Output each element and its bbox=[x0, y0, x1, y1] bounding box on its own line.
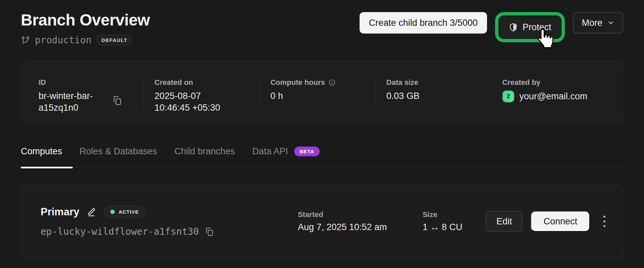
tab-data-api[interactable]: Data API BETA bbox=[252, 146, 320, 167]
endpoint-row: ep-lucky-wildflower-a1fsnt30 bbox=[41, 226, 298, 237]
data-size-label: Data size bbox=[386, 78, 491, 87]
active-dot-icon bbox=[110, 210, 115, 214]
git-branch-icon bbox=[21, 36, 30, 45]
data-size-value: 0.03 GB bbox=[386, 90, 491, 102]
status-badge: ACTIVE bbox=[104, 206, 145, 218]
created-by-value: your@email.com bbox=[519, 91, 587, 102]
info-col-created-on: Created on 2025-08-07 10:46:45 +05:30 bbox=[144, 78, 259, 114]
tab-roles-databases-label: Roles & Databases bbox=[79, 146, 157, 157]
protect-button[interactable]: Protect bbox=[499, 16, 561, 38]
info-col-compute-hours: Compute hours 0 h bbox=[259, 78, 375, 102]
branch-info-card: ID br-winter-bar-a15zq1n0 Created on 202… bbox=[21, 61, 623, 122]
tab-computes[interactable]: Computes bbox=[21, 146, 62, 167]
compute-left: Primary ACTIVE ep-lucky-wildflower-a1fsn… bbox=[41, 206, 298, 237]
edit-pencil-icon[interactable] bbox=[87, 207, 97, 217]
page-header: Branch Overview production DEFAULT Creat… bbox=[21, 9, 623, 46]
size-label: Size bbox=[423, 210, 486, 219]
size-stat: Size 1 ↔ 8 CU bbox=[423, 210, 486, 232]
create-child-branch-button[interactable]: Create child branch 3/5000 bbox=[360, 12, 487, 34]
header-actions: Create child branch 3/5000 Protect More bbox=[360, 12, 623, 42]
default-badge: DEFAULT bbox=[96, 35, 133, 45]
protect-highlight-ring: Protect bbox=[495, 12, 565, 42]
size-value: 1 ↔ 8 CU bbox=[423, 222, 486, 232]
tab-roles-databases[interactable]: Roles & Databases bbox=[79, 146, 157, 167]
compute-card: Primary ACTIVE ep-lucky-wildflower-a1fsn… bbox=[21, 184, 623, 258]
info-col-data-size: Data size 0.03 GB bbox=[375, 78, 491, 102]
info-icon[interactable] bbox=[328, 79, 336, 86]
edit-button[interactable]: Edit bbox=[486, 211, 523, 232]
connect-button[interactable]: Connect bbox=[531, 211, 590, 232]
branch-name: production bbox=[35, 35, 92, 46]
status-badge-label: ACTIVE bbox=[118, 209, 139, 215]
info-col-id: ID br-winter-bar-a15zq1n0 bbox=[39, 78, 143, 114]
branch-id-value: br-winter-bar-a15zq1n0 bbox=[39, 90, 103, 114]
more-button[interactable]: More bbox=[573, 12, 623, 34]
tab-computes-label: Computes bbox=[21, 146, 62, 157]
id-label: ID bbox=[39, 78, 143, 87]
compute-name-row: Primary ACTIVE bbox=[41, 206, 298, 218]
title-block: Branch Overview production DEFAULT bbox=[21, 9, 150, 46]
tab-child-branches[interactable]: Child branches bbox=[174, 146, 235, 167]
chevron-down-icon bbox=[607, 19, 614, 26]
info-col-created-by: Created by 2 your@email.com bbox=[491, 78, 607, 103]
started-stat: Started Aug 7, 2025 10:52 am bbox=[298, 210, 423, 232]
page-title: Branch Overview bbox=[21, 11, 150, 29]
started-label: Started bbox=[298, 210, 423, 219]
tab-child-branches-label: Child branches bbox=[174, 146, 235, 157]
creator-row: 2 your@email.com bbox=[502, 90, 607, 103]
beta-badge: BETA bbox=[294, 147, 320, 156]
protect-button-label: Protect bbox=[523, 22, 551, 33]
copy-icon[interactable] bbox=[204, 226, 215, 237]
compute-hours-value: 0 h bbox=[270, 90, 375, 102]
avatar: 2 bbox=[502, 90, 515, 103]
created-on-label: Created on bbox=[155, 78, 259, 87]
kebab-menu-button[interactable] bbox=[601, 213, 608, 230]
endpoint-id: ep-lucky-wildflower-a1fsnt30 bbox=[41, 226, 199, 237]
created-by-label: Created by bbox=[502, 78, 607, 87]
created-on-value: 2025-08-07 10:46:45 +05:30 bbox=[155, 90, 236, 114]
tab-data-api-label: Data API bbox=[252, 146, 288, 157]
more-button-label: More bbox=[582, 18, 602, 28]
shield-icon bbox=[509, 23, 518, 32]
copy-icon[interactable] bbox=[112, 95, 123, 106]
compute-name: Primary bbox=[41, 206, 79, 218]
id-value-row: br-winter-bar-a15zq1n0 bbox=[39, 87, 143, 114]
compute-hours-label: Compute hours bbox=[270, 78, 325, 87]
tab-bar: Computes Roles & Databases Child branche… bbox=[21, 146, 623, 168]
branch-row: production DEFAULT bbox=[21, 35, 150, 46]
started-value: Aug 7, 2025 10:52 am bbox=[298, 222, 423, 232]
